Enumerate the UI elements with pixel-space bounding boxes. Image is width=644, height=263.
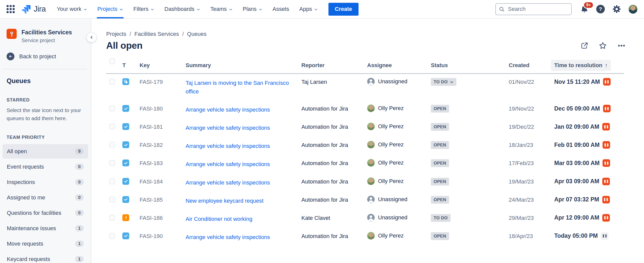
status-lozenge[interactable]: OPEN [431, 232, 449, 240]
help-button[interactable]: ? [596, 5, 605, 13]
row-select-checkbox[interactable] [109, 233, 115, 239]
arrow-left-icon [7, 52, 14, 60]
status-lozenge[interactable]: OPEN [431, 141, 449, 149]
status-lozenge[interactable]: TO DO [431, 214, 451, 222]
user-avatar[interactable] [629, 5, 637, 14]
ttr-sort-header[interactable]: Time to resolution ↑ [551, 60, 611, 71]
issue-summary-link[interactable]: Arrange vehicle safety inspections [186, 160, 270, 169]
row-select-checkbox[interactable] [109, 79, 115, 85]
main-content: Projects / Facilities Services / Queues … [92, 19, 644, 263]
status-lozenge[interactable]: OPEN [431, 178, 449, 186]
jira-logo[interactable]: Jira [21, 4, 46, 14]
back-to-project[interactable]: Back to project [7, 52, 91, 60]
column-header-reporter: Reporter [301, 60, 367, 74]
queue-count-badge: 0 [75, 194, 84, 201]
nav-item-label: Projects [97, 6, 117, 12]
reporter-name: Automation for Jira [301, 142, 348, 148]
queues-heading: Queues [7, 77, 91, 85]
issue-summary-link[interactable]: New employee keycard request [186, 197, 263, 205]
assignee-cell[interactable]: Unassigned [367, 78, 428, 85]
reporter-name: Taj Larsen [301, 79, 327, 85]
sidebar-queue-item-1[interactable]: Event requests 0 [3, 160, 88, 174]
export-button[interactable] [579, 41, 589, 51]
select-all-checkbox[interactable] [109, 58, 115, 64]
sla-paused-icon [603, 159, 610, 167]
sidebar-queue-item-2[interactable]: Inspections 0 [3, 175, 88, 189]
nav-item-1[interactable]: Projects [97, 0, 123, 18]
issue-type-icon [122, 141, 129, 148]
created-date: 17/Feb/23 [509, 160, 534, 166]
breadcrumb-projects[interactable]: Projects [106, 31, 126, 37]
time-to-resolution-cell: Nov 15 11:20 AM [554, 78, 621, 86]
sidebar-queue-item-3[interactable]: Assigned to me 0 [3, 190, 88, 205]
nav-item-6[interactable]: Assets [273, 0, 289, 18]
chevron-down-icon [314, 8, 318, 11]
breadcrumb-separator: / [182, 31, 184, 37]
row-select-checkbox[interactable] [109, 160, 115, 166]
starred-hint-text: Select the star icon next to your queues… [7, 106, 83, 122]
issue-summary-link[interactable]: Arrange vehicle safety inspections [186, 178, 270, 187]
assignee-cell[interactable]: Olly Perez [367, 104, 428, 112]
created-date: 01/Nov/22 [509, 79, 534, 85]
notifications-button[interactable]: 9+ [580, 5, 589, 13]
create-button[interactable]: Create [328, 3, 358, 16]
sidebar-queue-item-7[interactable]: Keycard requests 1 [3, 252, 88, 263]
issue-summary-link[interactable]: Taj Larsen is moving to the San Francisc… [186, 79, 298, 96]
sidebar-collapse-button[interactable] [86, 32, 97, 42]
settings-button[interactable] [612, 5, 621, 13]
queue-item-label: All open [7, 148, 27, 155]
table-header-row: T Key Summary Reporter Assignee Status C… [106, 60, 624, 74]
issue-summary-link[interactable]: Arrange vehicle safety inspections [186, 124, 270, 132]
sidebar-queue-item-0[interactable]: All open 9 [3, 144, 88, 159]
assignee-cell[interactable]: Olly Perez [367, 232, 428, 240]
project-header: Facilities Services Service project [0, 19, 91, 43]
row-select-checkbox[interactable] [109, 142, 115, 148]
star-button[interactable] [597, 40, 608, 51]
breadcrumb-queues[interactable]: Queues [187, 31, 207, 37]
status-lozenge[interactable]: OPEN [431, 123, 449, 131]
app-switcher-icon[interactable] [7, 5, 15, 13]
nav-right-cluster: 9+ ? [495, 3, 637, 15]
nav-item-label: Dashboards [164, 6, 194, 12]
sort-ascending-icon: ↑ [605, 62, 608, 69]
assignee-avatar [367, 159, 375, 167]
nav-item-2[interactable]: Filters [133, 0, 154, 18]
more-actions-button[interactable] [616, 40, 627, 51]
queue-item-label: Assigned to me [7, 194, 45, 201]
row-select-checkbox[interactable] [109, 106, 115, 111]
sidebar-queue-item-6[interactable]: Move requests 1 [3, 236, 88, 251]
time-to-resolution-cell: Apr 07 03:32 PM [554, 196, 621, 203]
nav-item-4[interactable]: Teams [210, 0, 233, 18]
ellipsis-icon [617, 41, 626, 50]
status-lozenge[interactable]: OPEN [431, 159, 449, 167]
status-lozenge[interactable]: TO DO [431, 78, 456, 86]
table-row-3: FASI-182 Arrange vehicle safety inspecti… [106, 137, 624, 155]
sidebar-queue-item-5[interactable]: Maintenance issues 1 [3, 221, 88, 235]
issue-summary-link[interactable]: Arrange vehicle safety inspections [186, 106, 270, 114]
row-select-checkbox[interactable] [109, 124, 115, 129]
row-select-checkbox[interactable] [109, 215, 115, 221]
assignee-name: Olly Perez [378, 232, 404, 239]
search-icon [499, 6, 505, 12]
nav-item-0[interactable]: Your work [57, 0, 87, 18]
issue-summary-link[interactable]: Air Conditioner not working [186, 215, 252, 223]
status-lozenge[interactable]: OPEN [431, 196, 449, 204]
nav-item-7[interactable]: Apps [299, 0, 318, 18]
breadcrumb-project-name[interactable]: Facilities Services [135, 31, 179, 37]
issue-summary-link[interactable]: Arrange vehicle safety inspections [186, 142, 270, 150]
status-lozenge[interactable]: OPEN [431, 105, 449, 113]
row-select-checkbox[interactable] [109, 178, 115, 184]
row-select-checkbox[interactable] [109, 197, 115, 202]
nav-item-3[interactable]: Dashboards [164, 0, 200, 18]
sidebar-queue-item-4[interactable]: Questions for facilities 0 [3, 206, 88, 220]
assignee-cell[interactable]: Unassigned [367, 196, 428, 203]
search-input[interactable] [495, 3, 572, 15]
assignee-cell[interactable]: Olly Perez [367, 159, 428, 167]
issue-summary-link[interactable]: Arrange vehicle safety inspections [186, 233, 270, 242]
time-to-resolution-cell: Mar 03 09:00 AM [554, 159, 621, 167]
assignee-cell[interactable]: Olly Perez [367, 177, 428, 185]
nav-item-5[interactable]: Plans [243, 0, 262, 18]
assignee-cell[interactable]: Olly Perez [367, 123, 428, 130]
assignee-cell[interactable]: Unassigned [367, 214, 428, 221]
assignee-cell[interactable]: Olly Perez [367, 141, 428, 148]
